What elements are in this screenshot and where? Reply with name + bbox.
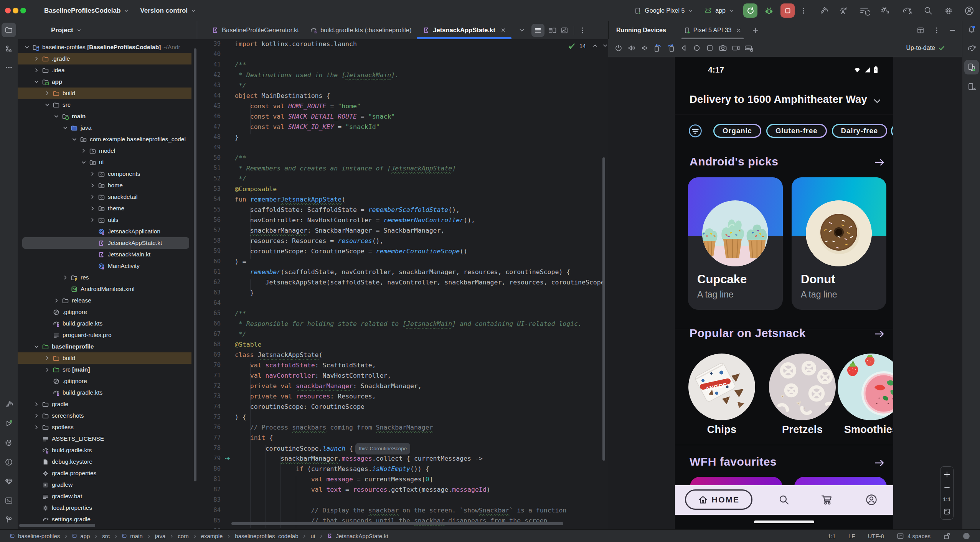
code-line[interactable]: 46 const val SNACK_DETAIL_ROUTE = "snack… xyxy=(197,111,608,122)
tree-item[interactable]: settings.gradle xyxy=(18,514,194,525)
tree-item[interactable]: ui xyxy=(18,157,194,168)
emulator-rotate-right-button[interactable] xyxy=(664,42,677,54)
gradle-panel-button[interactable] xyxy=(964,41,979,56)
apply-changes-icon[interactable] xyxy=(839,6,849,16)
emulator-screen[interactable]: 4:17 Delivery to 1600 Amphitheater Way O… xyxy=(675,57,893,529)
run-config-selector[interactable]: app xyxy=(704,7,735,15)
window-zoom-button[interactable] xyxy=(20,8,26,13)
breadcrumb-item[interactable]: src xyxy=(102,533,110,539)
running-devices-button[interactable] xyxy=(964,60,979,74)
tree-toggle[interactable] xyxy=(89,217,96,223)
smoothies-photo[interactable] xyxy=(838,354,893,420)
tree-item[interactable]: gradle xyxy=(18,398,194,410)
device-manager-button[interactable] xyxy=(964,79,979,94)
editor-horizontal-scrollbar[interactable] xyxy=(231,522,563,525)
breadcrumb-item[interactable]: main xyxy=(122,533,143,539)
search-icon[interactable] xyxy=(778,494,790,506)
tree-item[interactable]: ASSETS_LICENSE xyxy=(18,433,194,445)
code-line[interactable]: 75) { xyxy=(197,412,608,422)
editor-tab-3[interactable]: JetsnackAppState.kt xyxy=(417,21,511,39)
code-line[interactable]: 49 xyxy=(197,142,608,153)
tree-item[interactable]: src xyxy=(18,99,194,111)
caret-position[interactable]: 1:1 xyxy=(828,533,836,539)
sidebar-build-button[interactable] xyxy=(2,397,16,412)
sidebar-project-button[interactable] xyxy=(2,23,16,37)
code-line[interactable]: 78 coroutineScope.launch {this: Coroutin… xyxy=(197,443,608,453)
tree-item[interactable]: theme xyxy=(18,203,194,214)
tree-toggle[interactable] xyxy=(33,424,40,431)
encoding[interactable]: UTF-8 xyxy=(868,533,884,539)
tree-horizontal-scrollbar[interactable] xyxy=(19,524,95,527)
tree-toggle[interactable] xyxy=(53,297,59,304)
tree-item[interactable]: proguard-rules.pro xyxy=(18,329,194,341)
breadcrumb-item[interactable]: com xyxy=(178,533,188,539)
tree-item[interactable]: debug.keystore xyxy=(18,456,194,468)
breadcrumb-item[interactable]: JetsnackAppState.kt xyxy=(327,533,388,539)
tree-toggle[interactable] xyxy=(23,44,30,51)
emulator-back-button[interactable] xyxy=(677,42,690,54)
nav-home-button[interactable]: HOME xyxy=(685,489,752,510)
code-line[interactable]: 79 snackbarManager.messages.collect { cu… xyxy=(197,453,608,464)
tree-item[interactable]: JetsnackMain.kt xyxy=(18,249,194,260)
code-line[interactable]: 66 * Responsible for holding state relat… xyxy=(197,319,608,329)
profiler-icon[interactable] xyxy=(859,6,870,16)
code-line[interactable]: 68@Stable xyxy=(197,339,608,350)
gradle-sync-icon[interactable] xyxy=(901,6,913,16)
tab-options-more-icon[interactable] xyxy=(579,26,586,35)
code-line[interactable]: 73 private val resources: Resources, xyxy=(197,391,608,402)
code-line[interactable]: 55 scaffoldState: ScaffoldState = rememb… xyxy=(197,205,608,215)
code-line[interactable]: 42 * Destinations used in the [JetsnackM… xyxy=(197,70,608,80)
code-line[interactable]: 59 coroutineScope: CoroutineScope = reme… xyxy=(197,246,608,256)
tree-item[interactable]: components xyxy=(18,168,194,180)
filters-icon[interactable] xyxy=(688,124,702,138)
editor-vertical-scrollbar[interactable] xyxy=(602,157,605,461)
emulator-input-button[interactable] xyxy=(742,42,756,54)
code-line[interactable]: 82 val text = resources.getText(message.… xyxy=(197,484,608,495)
dock-window-icon[interactable] xyxy=(917,26,924,34)
tree-item[interactable]: .idea xyxy=(18,64,194,76)
tree-toggle[interactable] xyxy=(80,148,87,154)
code-line[interactable]: 41/** xyxy=(197,59,608,70)
fit-icon[interactable] xyxy=(943,508,951,516)
inspection-widget[interactable]: 14 xyxy=(568,42,608,49)
pretzels-photo[interactable] xyxy=(769,354,836,420)
tree-item[interactable]: gradle.properties xyxy=(18,468,194,479)
zoom-reset-button[interactable]: 1:1 xyxy=(943,496,950,502)
code-line[interactable]: 39import kotlinx.coroutines.launch xyxy=(197,39,608,49)
tree-item[interactable]: screenshots xyxy=(18,410,194,421)
tree-toggle[interactable] xyxy=(33,344,40,350)
code-line[interactable]: 71 val navController: NavHostController, xyxy=(197,370,608,381)
tree-item[interactable]: release xyxy=(18,295,194,306)
code-line[interactable]: 43 */ xyxy=(197,80,608,91)
tree-toggle[interactable] xyxy=(89,182,96,189)
tree-item[interactable]: local.properties xyxy=(18,502,194,514)
project-panel-title[interactable]: Project xyxy=(51,26,73,34)
delivery-address[interactable]: Delivery to 1600 Amphitheater Way xyxy=(690,93,867,106)
tree-toggle[interactable] xyxy=(89,171,96,177)
tree-item[interactable]: MainActivity xyxy=(18,260,194,272)
breadcrumb-item[interactable]: baselineprofiles_codelab xyxy=(235,533,298,539)
tree-toggle[interactable] xyxy=(33,79,40,85)
popular-arrow-icon[interactable] xyxy=(873,328,886,340)
sidebar-git-button[interactable] xyxy=(2,512,16,527)
tree-toggle[interactable] xyxy=(44,355,50,362)
code-line[interactable]: 64 xyxy=(197,298,608,308)
wfh-arrow-icon[interactable] xyxy=(873,457,886,469)
tree-item[interactable]: build.gradle.kts xyxy=(18,445,194,456)
code-line[interactable]: 51 * Remembers and creates an instance o… xyxy=(197,163,608,174)
tree-toggle[interactable] xyxy=(44,90,50,97)
zoom-out-icon[interactable] xyxy=(943,484,951,491)
preview-image-icon[interactable] xyxy=(561,26,568,34)
tree-item[interactable]: baseline-profiles [BaselineProfilesCodel… xyxy=(18,41,194,53)
tree-toggle[interactable] xyxy=(80,159,87,166)
code-line[interactable]: 81 val message = currentMessages[0] xyxy=(197,474,608,484)
indent-setting[interactable]: 4 spaces xyxy=(897,533,931,539)
breadcrumb-item[interactable]: java xyxy=(155,533,166,539)
tree-item[interactable]: JetsnackAppState.kt xyxy=(22,237,189,249)
tree-item[interactable]: gradlew.bat xyxy=(18,491,194,502)
stop-button[interactable] xyxy=(780,3,795,18)
emulator-power-button[interactable] xyxy=(612,42,625,54)
tree-item[interactable]: snackdetail xyxy=(18,191,194,203)
run-more-button[interactable] xyxy=(800,7,807,15)
tree-toggle[interactable] xyxy=(53,113,59,120)
